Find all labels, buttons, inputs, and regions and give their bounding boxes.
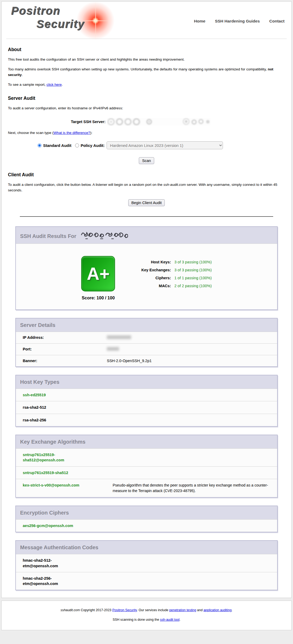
target-server-row: Target SSH Server: bbox=[71, 118, 286, 126]
stat-label: Host Keys: bbox=[135, 258, 174, 266]
main-nav: Home SSH Hardening Guides Contact bbox=[194, 18, 285, 24]
host-key-name: rsa-sha2-256 bbox=[23, 417, 113, 423]
detail-label: Port: bbox=[23, 347, 107, 351]
encryption-ciphers-panel: Encryption Ciphers aes256-gcm@openssh.co… bbox=[15, 506, 278, 532]
scan-type-row: Standard Audit Policy Audit: Hardened Am… bbox=[38, 141, 286, 149]
nav-home[interactable]: Home bbox=[194, 19, 205, 24]
algo-text: ssh-ed25519 bbox=[23, 392, 46, 398]
redacted-input-blur bbox=[107, 118, 210, 126]
results-panel-header: SSH Audit Results For bbox=[16, 227, 277, 244]
detail-value: SSH-2.0-OpenSSH_9.2p1 bbox=[107, 359, 152, 363]
host-key-types-header: Host Key Types bbox=[16, 375, 277, 389]
kex-name: sntrup761x25519-sha512 bbox=[23, 470, 113, 475]
stat-label: Key Exchanges: bbox=[135, 266, 174, 274]
positron-security-logo[interactable]: Positron Security bbox=[7, 4, 124, 37]
footer-text: SSH scanning is done using the bbox=[113, 618, 160, 622]
mac-name: hmac-sha2-256-etm@openssh.com bbox=[23, 576, 113, 587]
footer-appaudit-link[interactable]: application auditing bbox=[203, 608, 231, 612]
results-body: A+ Score: 100 / 100 Host Keys: 3 of 3 pa… bbox=[16, 244, 277, 309]
stat-label: MACs: bbox=[135, 282, 174, 290]
stat-label: Ciphers: bbox=[135, 274, 174, 282]
detail-row-port: Port: bbox=[16, 343, 277, 355]
host-key-types-panel: Host Key Types ssh-ed25519 rsa-sha2-512 … bbox=[15, 375, 278, 427]
mac-row: hmac-sha2-512-etm@openssh.com bbox=[16, 554, 277, 572]
detail-row-banner: Banner: SSH-2.0-OpenSSH_9.2p1 bbox=[16, 355, 277, 366]
detail-label: Banner: bbox=[23, 359, 107, 363]
footer-text: . bbox=[180, 618, 180, 622]
about-p3-text: To see a sample report, bbox=[8, 83, 47, 87]
redacted-port-blur bbox=[107, 347, 119, 351]
sample-report-link[interactable]: click here bbox=[47, 83, 62, 87]
detail-value-redacted bbox=[107, 347, 119, 352]
macs-header: Message Authentication Codes bbox=[16, 541, 277, 554]
mac-name: hmac-sha2-512-etm@openssh.com bbox=[23, 558, 113, 569]
algo-text: hmac-sha2-512-etm@openssh.com bbox=[23, 558, 81, 569]
kex-note: Pseudo-algorithm that denotes the peer s… bbox=[113, 483, 271, 494]
grade-badge: A+ bbox=[81, 256, 115, 291]
cipher-name: aes256-gcm@openssh.com bbox=[23, 523, 113, 528]
scan-button[interactable]: Scan bbox=[139, 157, 154, 164]
stat-value: 3 of 3 passing (100%) bbox=[174, 258, 212, 266]
site-header: Positron Security Home SSH Hardening Gui… bbox=[2, 2, 291, 39]
about-p2-period: . bbox=[22, 73, 23, 77]
algo-text: sntrup761x25519-sha512 bbox=[23, 470, 68, 475]
results-title: SSH Audit Results For bbox=[20, 233, 76, 239]
algo-text: rsa-sha2-256 bbox=[23, 417, 46, 423]
target-server-input[interactable] bbox=[107, 118, 210, 126]
scan-type-prefix: Next, choose the scan type ( bbox=[8, 131, 53, 135]
key-exchange-header: Key Exchange Algorithms bbox=[16, 435, 277, 448]
algo-text: aes256-gcm@openssh.com bbox=[23, 523, 73, 528]
redacted-hostname-scribble bbox=[80, 231, 128, 240]
client-audit-text-a: To audit a client configuration, click t… bbox=[8, 183, 163, 187]
footer-text: Copyright 2017-2023 bbox=[80, 608, 112, 612]
scan-type-suffix: ): bbox=[90, 131, 92, 135]
mac-row: hmac-sha2-256-etm@openssh.com bbox=[16, 572, 277, 590]
algo-text: hmac-sha2-256-etm@openssh.com bbox=[23, 576, 81, 587]
site-footer: sshaudit.com Copyright 2017-2023 Positro… bbox=[1, 601, 292, 630]
footer-positron-link[interactable]: Positron Security bbox=[112, 608, 137, 612]
kex-row: sntrup761x25519-sha512 bbox=[16, 466, 277, 479]
stat-row-ciphers: Ciphers: 1 of 1 passing (100%) bbox=[135, 274, 212, 282]
client-audit-text: To audit a client configuration, click t… bbox=[8, 182, 286, 193]
host-key-row: ssh-ed25519 bbox=[16, 389, 277, 401]
client-audit-domain: ssh-audit.com bbox=[163, 183, 186, 187]
server-audit-intro: To audit a server configuration, enter i… bbox=[8, 106, 286, 111]
stat-value: 3 of 3 passing (100%) bbox=[174, 266, 212, 274]
footer-line-2: SSH scanning is done using the ssh-audit… bbox=[7, 618, 286, 622]
detail-label: IP Address: bbox=[23, 335, 107, 340]
policy-audit-radio[interactable] bbox=[75, 143, 79, 147]
policy-audit-label: Policy Audit: bbox=[81, 143, 105, 148]
host-key-name: ssh-ed25519 bbox=[23, 392, 113, 398]
footer-domain: sshaudit.com bbox=[61, 608, 80, 612]
algo-text: sntrup761x25519-sha512@openssh.com bbox=[23, 452, 81, 463]
nav-contact[interactable]: Contact bbox=[269, 19, 285, 24]
results-divider bbox=[20, 216, 273, 217]
begin-client-audit-button[interactable]: Begin Client Audit bbox=[128, 199, 165, 206]
nav-ssh-hardening-guides[interactable]: SSH Hardening Guides bbox=[215, 19, 260, 24]
host-key-row: rsa-sha2-512 bbox=[16, 401, 277, 413]
cipher-row: aes256-gcm@openssh.com bbox=[16, 519, 277, 532]
client-audit-heading: Client Audit bbox=[8, 172, 286, 178]
page-content: About This free tool audits the configur… bbox=[2, 47, 291, 590]
logo-line1: Positron bbox=[7, 4, 124, 17]
scan-button-row: Scan bbox=[7, 157, 286, 164]
key-exchange-panel: Key Exchange Algorithms sntrup761x25519-… bbox=[15, 435, 278, 498]
footer-pentest-link[interactable]: penetration testing bbox=[169, 608, 196, 612]
footer-text: . bbox=[232, 608, 232, 612]
server-audit-heading: Server Audit bbox=[8, 96, 286, 101]
kex-name: kex-strict-s-v00@openssh.com bbox=[23, 483, 113, 488]
footer-text: and bbox=[196, 608, 204, 612]
macs-panel: Message Authentication Codes hmac-sha2-5… bbox=[15, 540, 278, 590]
kex-name: sntrup761x25519-sha512@openssh.com bbox=[23, 452, 113, 463]
scan-type-difference-link[interactable]: What is the difference? bbox=[53, 131, 90, 135]
main-card: Positron Security Home SSH Hardening Gui… bbox=[1, 1, 292, 598]
footer-sshaudit-tool-link[interactable]: ssh-audit tool bbox=[160, 618, 180, 622]
detail-value-redacted bbox=[107, 335, 131, 340]
policy-select[interactable]: Hardened Amazon Linux 2023 (version 1) bbox=[107, 141, 223, 149]
redacted-ip-blur bbox=[107, 335, 131, 339]
encryption-ciphers-header: Encryption Ciphers bbox=[16, 506, 277, 519]
ssh-audit-results-panel: SSH Audit Results For A+ Score: 100 / 10… bbox=[15, 226, 278, 310]
standard-audit-radio[interactable] bbox=[38, 143, 42, 147]
footer-text: . Our services include bbox=[137, 608, 169, 612]
standard-audit-label: Standard Audit bbox=[43, 143, 71, 148]
